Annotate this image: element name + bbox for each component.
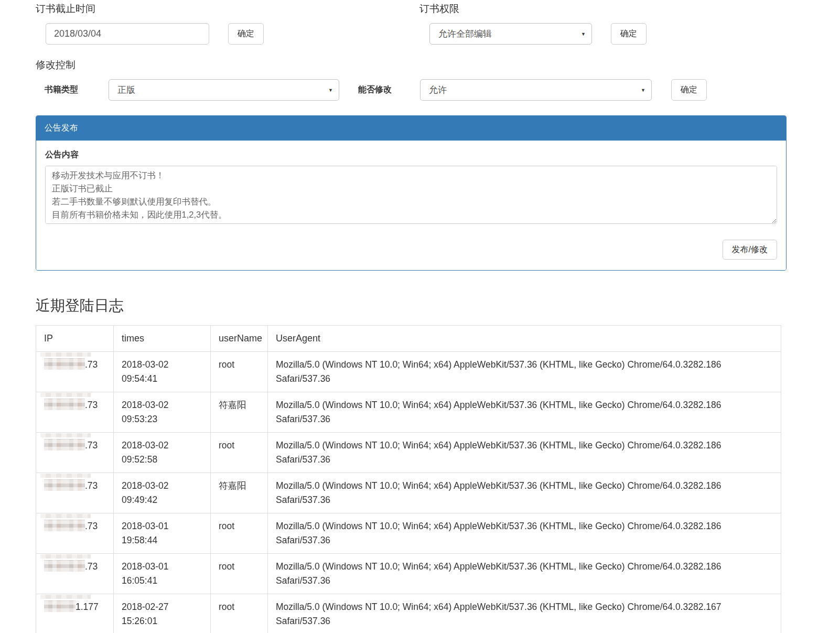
- login-time: 2018-03-01 16:05:41: [114, 554, 211, 594]
- chevron-down-icon: ▼: [328, 88, 333, 93]
- login-user: root: [211, 352, 268, 392]
- table-row: 1.177 2018-02-27 15:26:01 root Mozilla/5…: [36, 594, 781, 633]
- login-time: 2018-02-27 15:26:01: [114, 594, 211, 633]
- permission-controls: 允许全部编辑 ▼ 确定: [419, 23, 787, 45]
- announcement-panel-body: 公告内容 移动开发技术与应用不订书！ 正版订书已截止 若二手书数量不够则默认使用…: [36, 141, 786, 270]
- modify-control-title: 修改控制: [36, 58, 804, 72]
- login-user: root: [211, 433, 268, 473]
- table-row: .73 2018-03-02 09:54:41 root Mozilla/5.0…: [36, 352, 781, 392]
- page: 订书截止时间 确定 订书权限 允许全部编辑 ▼ 确定 修改控制 书籍类型 正版 …: [0, 0, 804, 633]
- login-user: 符嘉阳: [211, 473, 268, 513]
- login-agent: Mozilla/5.0 (Windows NT 10.0; Win64; x64…: [268, 433, 781, 473]
- ip-cell: .73: [36, 392, 114, 433]
- ip-cell: .73: [36, 554, 114, 594]
- ip-blur-artifact: [40, 393, 91, 397]
- top-controls: 订书截止时间 确定 订书权限 允许全部编辑 ▼ 确定: [36, 2, 804, 45]
- login-user: root: [211, 513, 268, 554]
- ip-cell: .73: [36, 473, 114, 513]
- ip-suffix: .73: [85, 440, 98, 450]
- deadline-section: 订书截止时间 确定: [36, 2, 419, 45]
- ip-cell: 1.177: [36, 594, 114, 633]
- login-time: 2018-03-02 09:54:41: [114, 352, 211, 392]
- login-user: 符嘉阳: [211, 392, 268, 433]
- login-log-heading: 近期登陆日志: [36, 296, 804, 316]
- login-agent: Mozilla/5.0 (Windows NT 10.0; Win64; x64…: [268, 554, 781, 594]
- login-time: 2018-03-02 09:53:23: [114, 392, 211, 433]
- ip-mosaic: [44, 520, 85, 531]
- ip-suffix: 1.177: [76, 602, 99, 612]
- ip-mosaic: [44, 560, 85, 572]
- publish-button[interactable]: 发布/修改: [723, 240, 777, 260]
- login-time: 2018-03-01 19:58:44: [114, 513, 211, 554]
- login-log-table: IP times userName UserAgent .73 2018-03-…: [36, 325, 781, 633]
- column-header-useragent: UserAgent: [268, 326, 781, 352]
- deadline-confirm-button[interactable]: 确定: [228, 23, 264, 45]
- column-header-ip: IP: [36, 326, 114, 352]
- ip-suffix: .73: [85, 561, 98, 572]
- announcement-textarea[interactable]: 移动开发技术与应用不订书！ 正版订书已截止 若二手书数量不够则默认使用复印书替代…: [45, 166, 777, 224]
- ip-suffix: .73: [85, 521, 98, 531]
- publish-row: 发布/修改: [45, 240, 777, 260]
- ip-mosaic: [44, 399, 85, 410]
- ip-cell: .73: [36, 352, 114, 392]
- permission-title: 订书权限: [419, 2, 787, 16]
- column-header-times: times: [114, 326, 211, 352]
- login-agent: Mozilla/5.0 (Windows NT 10.0; Win64; x64…: [268, 392, 781, 433]
- deadline-date-input[interactable]: [46, 23, 209, 45]
- table-row: .73 2018-03-01 16:05:41 root Mozilla/5.0…: [36, 554, 781, 594]
- table-row: .73 2018-03-02 09:53:23 符嘉阳 Mozilla/5.0 …: [36, 392, 781, 433]
- login-agent: Mozilla/5.0 (Windows NT 10.0; Win64; x64…: [268, 513, 781, 554]
- table-row: .73 2018-03-02 09:49:42 符嘉阳 Mozilla/5.0 …: [36, 473, 781, 513]
- chevron-down-icon: ▼: [641, 88, 645, 93]
- ip-suffix: .73: [85, 400, 98, 410]
- chevron-down-icon: ▼: [581, 31, 586, 37]
- modify-confirm-button[interactable]: 确定: [671, 79, 707, 101]
- ip-blur-artifact: [40, 474, 91, 478]
- login-log-header-row: IP times userName UserAgent: [36, 326, 781, 352]
- permission-select[interactable]: 允许全部编辑 ▼: [429, 23, 592, 45]
- login-log-body: .73 2018-03-02 09:54:41 root Mozilla/5.0…: [36, 352, 781, 633]
- editable-label: 能否修改: [358, 84, 392, 95]
- deadline-controls: 确定: [36, 23, 419, 45]
- column-header-username: userName: [211, 326, 268, 352]
- permission-section: 订书权限 允许全部编辑 ▼ 确定: [419, 2, 787, 45]
- ip-suffix: .73: [85, 359, 98, 370]
- login-time: 2018-03-02 09:49:42: [114, 473, 211, 513]
- announcement-panel: 公告发布 公告内容 移动开发技术与应用不订书！ 正版订书已截止 若二手书数量不够…: [36, 115, 787, 271]
- editable-select-value: 允许: [429, 84, 447, 96]
- login-user: root: [211, 554, 268, 594]
- login-time: 2018-03-02 09:52:58: [114, 433, 211, 473]
- deadline-title: 订书截止时间: [36, 2, 419, 16]
- ip-blur-artifact: [40, 352, 91, 357]
- book-type-select-value: 正版: [117, 84, 135, 96]
- ip-suffix: .73: [85, 480, 98, 491]
- login-agent: Mozilla/5.0 (Windows NT 10.0; Win64; x64…: [268, 594, 781, 633]
- ip-blur-artifact: [40, 554, 91, 559]
- editable-select[interactable]: 允许 ▼: [420, 79, 652, 101]
- permission-confirm-button[interactable]: 确定: [611, 23, 647, 45]
- table-row: .73 2018-03-01 19:58:44 root Mozilla/5.0…: [36, 513, 781, 554]
- announcement-content-label: 公告内容: [45, 149, 777, 160]
- book-type-label: 书籍类型: [45, 84, 78, 95]
- ip-cell: .73: [36, 433, 114, 473]
- ip-blur-artifact: [40, 514, 91, 518]
- permission-select-value: 允许全部编辑: [438, 28, 492, 40]
- ip-blur-artifact: [40, 595, 91, 599]
- login-agent: Mozilla/5.0 (Windows NT 10.0; Win64; x64…: [268, 473, 781, 513]
- ip-blur-artifact: [40, 433, 91, 437]
- ip-mosaic: [44, 439, 85, 450]
- modify-control-row: 书籍类型 正版 ▼ 能否修改 允许 ▼ 确定: [36, 79, 804, 101]
- ip-mosaic: [44, 479, 85, 491]
- login-agent: Mozilla/5.0 (Windows NT 10.0; Win64; x64…: [268, 352, 781, 392]
- ip-mosaic: [44, 358, 85, 370]
- ip-mosaic: [44, 600, 76, 612]
- table-row: .73 2018-03-02 09:52:58 root Mozilla/5.0…: [36, 433, 781, 473]
- book-type-select[interactable]: 正版 ▼: [109, 79, 339, 101]
- announcement-panel-title: 公告发布: [36, 116, 786, 141]
- ip-cell: .73: [36, 513, 114, 554]
- login-user: root: [211, 594, 268, 633]
